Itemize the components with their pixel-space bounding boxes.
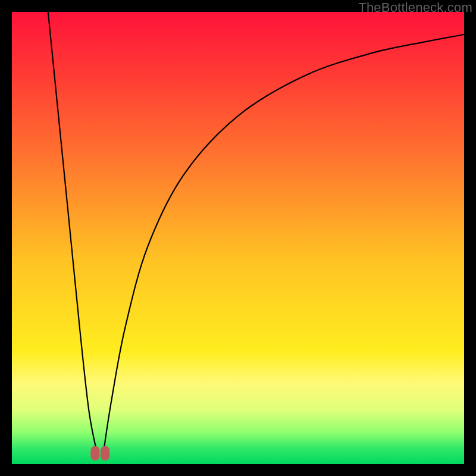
chart-frame: TheBottleneck.com [0,0,476,476]
gradient-background [12,12,464,464]
left-min-marker [90,446,99,461]
chart-svg [12,12,464,464]
plot-area [12,12,464,464]
right-min-marker [101,446,109,461]
